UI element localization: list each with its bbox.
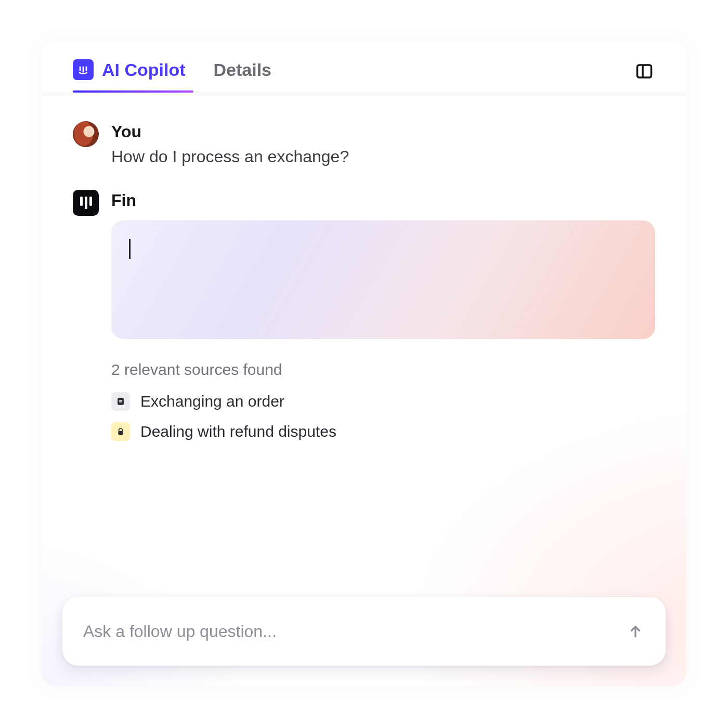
svg-rect-6 bbox=[119, 400, 122, 401]
copilot-panel: AI Copilot Details You How do I proces bbox=[42, 42, 686, 686]
svg-rect-8 bbox=[118, 431, 123, 435]
fin-avatar bbox=[73, 190, 99, 216]
intercom-icon bbox=[73, 59, 94, 80]
assistant-response-box bbox=[111, 220, 655, 339]
svg-rect-2 bbox=[86, 67, 87, 71]
conversation: You How do I process an exchange? Fin 2 … bbox=[42, 93, 686, 597]
source-title: Dealing with refund disputes bbox=[140, 423, 336, 440]
source-title: Exchanging an order bbox=[140, 393, 284, 410]
source-item[interactable]: Exchanging an order bbox=[111, 392, 655, 411]
tab-details-label: Details bbox=[214, 60, 272, 80]
typing-cursor bbox=[129, 239, 131, 259]
svg-rect-3 bbox=[638, 65, 652, 77]
send-button[interactable] bbox=[623, 619, 648, 644]
tab-ai-copilot[interactable]: AI Copilot bbox=[73, 59, 186, 80]
user-name: You bbox=[111, 121, 655, 141]
svg-rect-0 bbox=[80, 67, 81, 71]
tab-ai-copilot-label: AI Copilot bbox=[102, 60, 186, 80]
sources: 2 relevant sources found Exchanging an o… bbox=[111, 361, 655, 441]
source-item[interactable]: Dealing with refund disputes bbox=[111, 422, 655, 441]
followup-input[interactable] bbox=[83, 622, 623, 641]
assistant-name: Fin bbox=[111, 190, 655, 210]
user-message-text: How do I process an exchange? bbox=[111, 146, 655, 168]
lock-icon bbox=[111, 422, 130, 441]
tab-details[interactable]: Details bbox=[214, 60, 272, 80]
svg-rect-1 bbox=[83, 67, 84, 73]
document-icon bbox=[111, 392, 130, 411]
panel-layout-toggle[interactable] bbox=[633, 60, 655, 82]
user-avatar bbox=[73, 121, 99, 147]
sources-heading: 2 relevant sources found bbox=[111, 361, 655, 379]
message-assistant: Fin 2 relevant sources found Exchanging … bbox=[73, 190, 655, 452]
svg-rect-7 bbox=[119, 401, 122, 402]
composer bbox=[62, 597, 666, 666]
tab-bar: AI Copilot Details bbox=[42, 42, 686, 90]
message-user: You How do I process an exchange? bbox=[73, 121, 655, 168]
